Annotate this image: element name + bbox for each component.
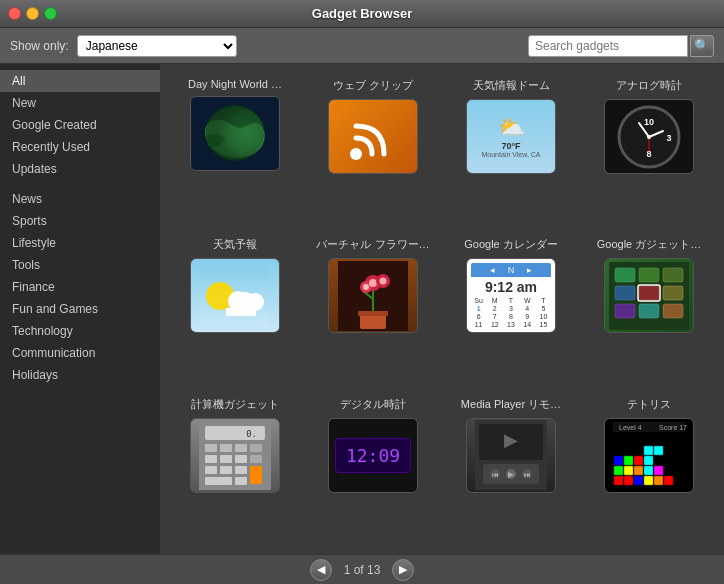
sidebar-item-sports[interactable]: Sports — [0, 210, 160, 232]
sidebar-item-communication[interactable]: Communication — [0, 342, 160, 364]
window-controls[interactable] — [8, 7, 57, 20]
gadget-title: バーチャル フラワー… — [313, 237, 433, 252]
svg-rect-38 — [663, 304, 683, 318]
close-button[interactable] — [8, 7, 21, 20]
gadget-analog-clock[interactable]: アナログ時計 10 3 8 — [582, 72, 716, 227]
gadget-gadget-mgr[interactable]: Google ガジェット… — [582, 231, 716, 386]
sidebar-item-google-created[interactable]: Google Created — [0, 114, 160, 136]
svg-point-11 — [647, 135, 651, 139]
gadget-day-night-world[interactable]: Day Night World … — [168, 72, 302, 227]
gadget-title: Google ガジェット… — [589, 237, 709, 252]
svg-rect-75 — [654, 476, 663, 485]
svg-rect-37 — [639, 304, 659, 318]
svg-rect-79 — [634, 466, 643, 475]
gadget-thumbnail: 10 3 8 — [604, 99, 694, 174]
svg-text:Level 4: Level 4 — [619, 424, 642, 431]
svg-point-25 — [369, 279, 377, 287]
show-only-select[interactable]: Japanese — [77, 35, 237, 57]
svg-rect-36 — [615, 304, 635, 318]
svg-rect-77 — [614, 466, 623, 475]
svg-rect-85 — [644, 446, 653, 455]
sidebar-item-news[interactable]: News — [0, 188, 160, 210]
gadget-thumbnail: ⛅ 70°F Mountain View, CA — [466, 99, 556, 174]
gadget-calculator[interactable]: 計算機ガジェット 0. — [168, 391, 302, 546]
show-only-label: Show only: — [10, 39, 69, 53]
minimize-button[interactable] — [26, 7, 39, 20]
prev-page-button[interactable]: ◀ — [310, 559, 332, 581]
sidebar-item-fun-games[interactable]: Fun and Games — [0, 298, 160, 320]
sidebar: All New Google Created Recently Used Upd… — [0, 64, 160, 554]
search-button[interactable]: 🔍 — [690, 35, 714, 57]
gadget-flowers[interactable]: バーチャル フラワー… — [306, 231, 440, 386]
gadget-media-player[interactable]: Media Player リモ… ▶ ⏮ ▶ ⏭ — [444, 391, 578, 546]
gadget-title: 天気情報ドーム — [451, 78, 571, 93]
svg-rect-17 — [226, 308, 256, 316]
svg-text:▶: ▶ — [504, 430, 518, 450]
svg-text:▶: ▶ — [508, 470, 515, 479]
svg-rect-50 — [250, 455, 262, 463]
svg-rect-56 — [235, 477, 247, 485]
gadget-title: テトリス — [589, 397, 709, 412]
search-container: 🔍 — [528, 35, 714, 57]
gadget-title: Day Night World … — [175, 78, 295, 90]
svg-rect-51 — [205, 466, 217, 474]
sidebar-item-finance[interactable]: Finance — [0, 276, 160, 298]
gadget-title: Media Player リモ… — [451, 397, 571, 412]
svg-rect-76 — [664, 476, 673, 485]
sidebar-item-lifestyle[interactable]: Lifestyle — [0, 232, 160, 254]
svg-text:⏭: ⏭ — [524, 471, 531, 478]
sidebar-item-all[interactable]: All — [0, 70, 160, 92]
svg-point-28 — [380, 277, 387, 284]
gadget-title: Google カレンダー — [451, 237, 571, 252]
gadget-google-calendar[interactable]: Google カレンダー ◂ N ▸ 9:12 am SuMTWT 1 2345… — [444, 231, 578, 386]
sidebar-item-technology[interactable]: Technology — [0, 320, 160, 342]
svg-rect-35 — [663, 286, 683, 300]
main-content: All New Google Created Recently Used Upd… — [0, 64, 724, 554]
svg-rect-34 — [639, 286, 659, 300]
svg-rect-81 — [654, 466, 663, 475]
title-bar: Gadget Browser — [0, 0, 724, 28]
gadget-title: デジタル時計 — [313, 397, 433, 412]
svg-rect-73 — [634, 476, 643, 485]
svg-rect-31 — [639, 268, 659, 282]
gadget-thumbnail: ◂ N ▸ 9:12 am SuMTWT 1 2345 678910 11121… — [466, 258, 556, 333]
svg-rect-55 — [205, 477, 232, 485]
gadget-weather-dome[interactable]: 天気情報ドーム ⛅ 70°F Mountain View, CA — [444, 72, 578, 227]
search-input[interactable] — [528, 35, 688, 57]
svg-rect-30 — [615, 268, 635, 282]
gadget-title: アナログ時計 — [589, 78, 709, 93]
gadget-weather[interactable]: 天気予報 — [168, 231, 302, 386]
svg-rect-80 — [644, 466, 653, 475]
sidebar-item-new[interactable]: New — [0, 92, 160, 114]
gadget-digital-clock[interactable]: デジタル時計 12:09 — [306, 391, 440, 546]
svg-text:0.: 0. — [246, 429, 257, 439]
toolbar: Show only: Japanese 🔍 — [0, 28, 724, 64]
svg-rect-84 — [634, 456, 643, 465]
svg-text:3: 3 — [666, 133, 671, 143]
svg-rect-48 — [220, 455, 232, 463]
gadget-thumbnail — [328, 99, 418, 174]
svg-rect-45 — [235, 444, 247, 452]
sidebar-item-updates[interactable]: Updates — [0, 158, 160, 180]
next-page-button[interactable]: ▶ — [392, 559, 414, 581]
gadget-thumbnail: 0. — [190, 418, 280, 493]
svg-rect-53 — [235, 466, 247, 474]
svg-rect-44 — [220, 444, 232, 452]
sidebar-item-holidays[interactable]: Holidays — [0, 364, 160, 386]
svg-rect-33 — [615, 286, 635, 300]
gadget-tetris[interactable]: テトリス Level 4 Score 17 — [582, 391, 716, 546]
sidebar-item-recently-used[interactable]: Recently Used — [0, 136, 160, 158]
gadget-rss[interactable]: ウェブ クリップ — [306, 72, 440, 227]
svg-rect-46 — [250, 444, 262, 452]
gadget-thumbnail — [604, 258, 694, 333]
svg-rect-47 — [205, 455, 217, 463]
maximize-button[interactable] — [44, 7, 57, 20]
gadget-title: 計算機ガジェット — [175, 397, 295, 412]
svg-rect-43 — [205, 444, 217, 452]
svg-point-3 — [350, 148, 362, 160]
svg-text:Score 17: Score 17 — [659, 424, 687, 431]
svg-rect-72 — [624, 476, 633, 485]
svg-rect-78 — [624, 466, 633, 475]
sidebar-item-tools[interactable]: Tools — [0, 254, 160, 276]
svg-rect-54 — [250, 466, 262, 484]
